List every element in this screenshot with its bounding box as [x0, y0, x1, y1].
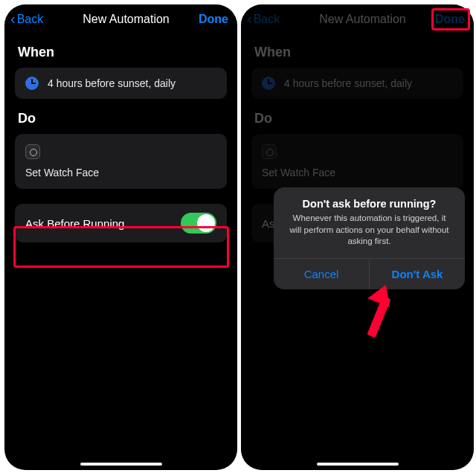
dont-ask-button[interactable]: Don't Ask — [369, 259, 465, 289]
when-condition-text: 4 hours before sunset, daily — [48, 77, 176, 89]
section-do-label: Do — [4, 99, 237, 134]
home-indicator[interactable] — [317, 463, 399, 466]
ask-before-running-toggle[interactable] — [181, 213, 216, 234]
home-indicator[interactable] — [80, 463, 162, 466]
screenshot-right: ‹ Back New Automation Done When 4 hours … — [241, 4, 474, 470]
nav-bar: ‹ Back New Automation Done — [4, 4, 237, 33]
dialog-message: Whenever this automation is triggered, i… — [274, 213, 465, 258]
page-title: New Automation — [83, 13, 170, 26]
dialog-buttons: Cancel Don't Ask — [274, 258, 465, 289]
do-action-card[interactable]: Set Watch Face — [15, 134, 227, 189]
section-when-label: When — [4, 33, 237, 68]
back-label: Back — [17, 13, 44, 26]
screenshot-left: ‹ Back New Automation Done When 4 hours … — [4, 4, 237, 470]
clock-icon — [25, 77, 39, 90]
when-condition-card[interactable]: 4 hours before sunset, daily — [15, 68, 227, 99]
done-button[interactable]: Done — [193, 13, 228, 26]
back-button[interactable]: ‹ Back — [10, 12, 60, 27]
chevron-left-icon: ‹ — [10, 11, 16, 26]
confirm-dialog: Don't ask before running? Whenever this … — [274, 187, 465, 289]
cancel-button[interactable]: Cancel — [274, 259, 369, 289]
do-action-text: Set Watch Face — [25, 167, 99, 178]
ask-before-running-row[interactable]: Ask Before Running — [15, 204, 227, 242]
dialog-title: Don't ask before running? — [274, 187, 465, 213]
ask-before-running-label: Ask Before Running — [25, 217, 124, 230]
watch-face-icon — [25, 144, 40, 159]
